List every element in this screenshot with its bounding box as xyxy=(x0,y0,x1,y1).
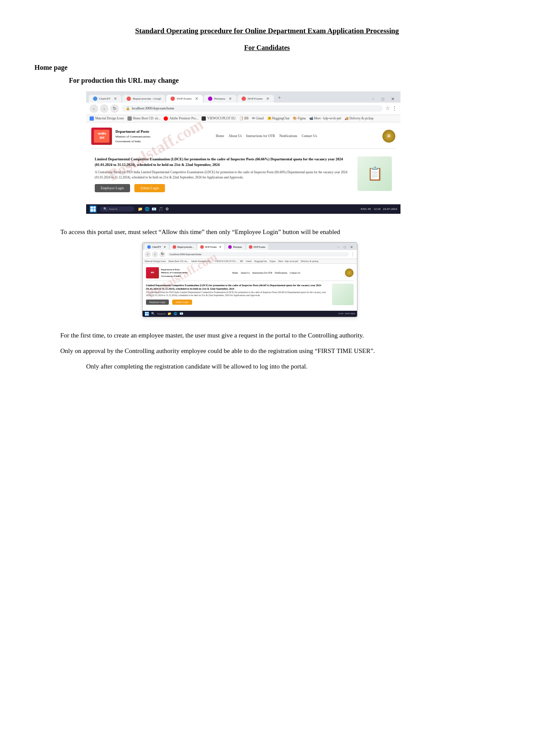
minimize-btn[interactable]: − xyxy=(369,95,378,103)
new-tab-btn[interactable]: + xyxy=(275,94,285,103)
small-menu[interactable]: ⋮ xyxy=(351,252,355,256)
small-bm-3[interactable]: Adobe Premiere Pro... xyxy=(191,260,212,262)
taskbar-icon-2[interactable]: 🌐 xyxy=(145,207,149,211)
small-tab-bupati[interactable]: Bupati preceda... xyxy=(170,244,196,250)
small-tb-icon-1[interactable]: 📁 xyxy=(168,312,171,316)
small-tabs: ChatGPT ✕ Bupati preceda... DOP Exams ✕ … xyxy=(144,244,355,250)
small-nav-about[interactable]: About Us xyxy=(241,272,250,274)
nav-about[interactable]: About Us xyxy=(229,134,242,138)
bookmark-adobe[interactable]: Adobe Premiere Pro... xyxy=(164,116,198,121)
bookmark-meet[interactable]: 📹 Meet - kdp-wrvk-pnf xyxy=(309,116,341,120)
nav-home[interactable]: Home xyxy=(216,134,224,138)
forward-btn[interactable]: › xyxy=(100,104,109,113)
small-back[interactable]: ‹ xyxy=(145,251,151,257)
small-tab-close-2[interactable]: ✕ xyxy=(219,245,221,248)
small-search-icon[interactable]: 🔍 xyxy=(151,312,155,316)
small-bm-7[interactable]: HuggingChat xyxy=(254,260,267,262)
small-govt-emblem xyxy=(345,269,354,277)
small-nav-menu: Home About Us Instructions for OTR Notif… xyxy=(232,272,300,274)
nav-notifications[interactable]: Notifications xyxy=(279,134,298,138)
taskbar-date: 24-07-2024 xyxy=(383,207,397,211)
nav-instructions[interactable]: Instructions for OTR xyxy=(246,134,275,138)
browser-screenshot-2: Postalstaff.com ChatGPT ✕ Bupati preceda… xyxy=(142,242,357,317)
small-tab-chatgpt[interactable]: ChatGPT ✕ xyxy=(144,244,169,250)
small-maximize[interactable]: □ xyxy=(342,244,348,250)
bookmark-gmail[interactable]: ✉ Gmail xyxy=(252,116,264,120)
small-start-btn[interactable] xyxy=(145,312,149,316)
small-taskbar-left: 🔍 Search 📁 🌐 📧 xyxy=(145,312,183,316)
tab-chatgpt[interactable]: ChatGPT ✕ xyxy=(89,95,121,103)
small-tb-icon-2[interactable]: 🌐 xyxy=(174,312,177,316)
taskbar-right: ENG IN 12:18 24-07-2024 xyxy=(361,207,397,211)
tab-close-3[interactable]: ✕ xyxy=(195,97,199,101)
bookmark-star[interactable]: ☆ xyxy=(385,105,390,112)
small-nav-notifications[interactable]: Notifications xyxy=(275,272,287,274)
address-bar[interactable]: 🔒 localhost:3000/dopexam/home xyxy=(121,105,383,112)
small-bm-10[interactable]: Delivery & pickup xyxy=(301,260,318,262)
bookmark-material-design[interactable]: Material Design Icons xyxy=(90,116,124,121)
small-close[interactable]: ✕ xyxy=(348,244,355,250)
tab-dop-exams[interactable]: DOP Exams ✕ xyxy=(166,95,203,103)
tab-dop-exams-2[interactable]: DOP Exams ✕ xyxy=(237,95,274,103)
small-nav-instructions[interactable]: Instructions for OTR xyxy=(252,272,272,274)
bookmark-delivery[interactable]: 🚚 Delivery & pickup xyxy=(345,116,373,120)
dept-text: Department of Posts Ministry of Communic… xyxy=(115,129,150,144)
small-employee-login-btn[interactable]: Employee Login xyxy=(146,300,169,305)
menu-btn[interactable]: ⋮ xyxy=(392,105,397,112)
tab-close-2[interactable]: ✕ xyxy=(165,97,165,101)
small-bm-2[interactable]: Home Boot CD: sir... xyxy=(168,260,189,262)
small-bm-5[interactable]: BB xyxy=(240,260,243,262)
small-tb-icon-3[interactable]: 📧 xyxy=(180,312,183,316)
small-bookmarks-bar: Material Design Icons Home Boot CD: sir.… xyxy=(143,259,357,264)
small-tab-dop2[interactable]: DOP Exams xyxy=(246,244,268,250)
employee-login-btn[interactable]: Employee Login xyxy=(95,184,130,192)
taskbar-icon-4[interactable]: 🎵 xyxy=(158,207,163,211)
taskbar-icon-3[interactable]: 📧 xyxy=(152,207,156,211)
small-nav-contact[interactable]: Contact Us xyxy=(290,272,301,274)
main-title: Standard Operating procedure for Online … xyxy=(34,26,500,36)
small-taskbar-date: 24-07-2024 xyxy=(345,312,355,315)
india-post-logo: भारतीयडाक xyxy=(91,128,112,145)
small-tab-photo[interactable]: Photopea xyxy=(225,244,245,250)
small-forward[interactable]: › xyxy=(152,251,158,257)
reload-btn[interactable]: ↻ xyxy=(110,104,119,113)
close-btn[interactable]: ✕ xyxy=(388,95,398,103)
small-address-bar[interactable]: localhost:3000/dopexam/home xyxy=(167,252,349,256)
start-button[interactable] xyxy=(90,206,96,212)
tab-close-4[interactable]: ✕ xyxy=(229,97,232,101)
tab-close-5[interactable]: ✕ xyxy=(266,97,270,101)
small-bm-4[interactable]: VIEWOCUPLOT EU... xyxy=(215,260,237,262)
subtitle: For Candidates xyxy=(34,44,500,52)
bookmark-home-boot[interactable]: Home Boot CD: sir... xyxy=(127,116,161,121)
tab-bupati[interactable]: Bupati preceda - Googl ✕ xyxy=(122,95,165,103)
taskbar-search[interactable]: 🔍 Search xyxy=(100,206,134,212)
taskbar-icon-5[interactable]: ⚙ xyxy=(165,207,169,211)
small-minimize[interactable]: − xyxy=(335,244,342,250)
body-text-2: For the first time, to create an employe… xyxy=(60,330,491,341)
small-admin-login-btn[interactable]: Admin Login xyxy=(172,300,192,305)
small-bm-8[interactable]: Figma xyxy=(270,260,276,262)
small-bm-9[interactable]: Meet - kdp-wrvk-pnf xyxy=(278,260,298,262)
taskbar-icon-1[interactable]: 📁 xyxy=(138,207,143,211)
bookmark-figma[interactable]: 🎨 Figma xyxy=(293,116,306,120)
tab-close[interactable]: ✕ xyxy=(114,97,117,101)
small-tab-dop[interactable]: DOP Exams ✕ xyxy=(197,244,224,250)
nav-contact[interactable]: Contact Us xyxy=(301,134,317,138)
tab-icon xyxy=(93,97,97,101)
bookmark-viewocuplot[interactable]: VIEWOCUPLOT EU... xyxy=(202,116,236,121)
small-taskbar-time: 12:18 xyxy=(338,312,343,315)
small-exam-area: Limited Departmental Competitve Examinat… xyxy=(146,284,354,305)
small-bm-6[interactable]: Gmail xyxy=(245,260,251,262)
back-btn[interactable]: ‹ xyxy=(90,104,98,113)
small-reload[interactable]: ↻ xyxy=(159,251,165,257)
small-tab-close-1[interactable]: ✕ xyxy=(164,245,166,248)
admin-login-btn[interactable]: Admin Login xyxy=(134,184,165,192)
tab-photopea[interactable]: Photopea ✕ xyxy=(204,95,236,103)
small-nav-home[interactable]: Home xyxy=(232,272,238,274)
maximize-btn[interactable]: □ xyxy=(378,95,388,103)
small-bm-1[interactable]: Material Design Icons xyxy=(145,260,166,262)
small-taskbar: 🔍 Search 📁 🌐 📧 12:18 24-07-2024 xyxy=(143,311,357,317)
bookmark-bb[interactable]: 📋 BB xyxy=(239,116,248,120)
small-login-btns: Employee Login Admin Login xyxy=(146,300,329,305)
bookmark-huggingchat[interactable]: 🤗 HuggingChat xyxy=(267,116,289,120)
